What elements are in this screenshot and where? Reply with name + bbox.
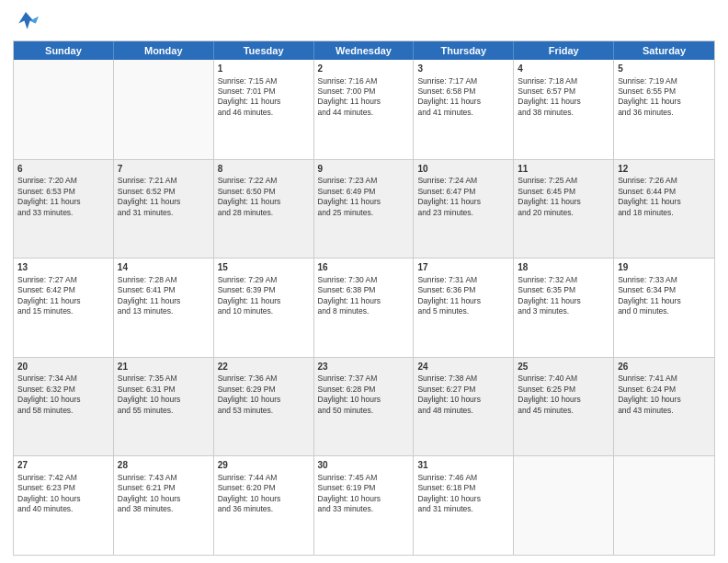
day-number: 8: [218, 163, 310, 176]
day-number: 11: [518, 163, 609, 176]
cell-info: Sunrise: 7:20 AM Sunset: 6:53 PM Dayligh…: [17, 176, 109, 218]
day-number: 4: [518, 63, 609, 75]
day-number: 18: [518, 261, 609, 274]
calendar-cell: 26Sunrise: 7:41 AM Sunset: 6:24 PM Dayli…: [614, 358, 714, 456]
day-number: 26: [618, 361, 711, 373]
calendar-cell: 20Sunrise: 7:34 AM Sunset: 6:32 PM Dayli…: [14, 358, 114, 456]
header-day-friday: Friday: [514, 41, 614, 60]
cell-info: Sunrise: 7:17 AM Sunset: 6:58 PM Dayligh…: [417, 76, 509, 119]
calendar-cell: 21Sunrise: 7:35 AM Sunset: 6:31 PM Dayli…: [114, 358, 214, 456]
header-day-thursday: Thursday: [414, 41, 514, 60]
day-number: 15: [218, 261, 310, 274]
day-number: 28: [118, 459, 210, 472]
day-number: 5: [618, 63, 711, 75]
day-number: 10: [417, 163, 509, 176]
day-number: 6: [17, 163, 109, 176]
cell-info: Sunrise: 7:38 AM Sunset: 6:27 PM Dayligh…: [417, 373, 509, 416]
cell-info: Sunrise: 7:26 AM Sunset: 6:44 PM Dayligh…: [618, 176, 711, 218]
calendar-cell: 18Sunrise: 7:32 AM Sunset: 6:35 PM Dayli…: [514, 259, 614, 357]
calendar-cell: 27Sunrise: 7:42 AM Sunset: 6:23 PM Dayli…: [14, 456, 114, 555]
cell-info: Sunrise: 7:37 AM Sunset: 6:28 PM Dayligh…: [318, 373, 410, 416]
calendar-cell: 22Sunrise: 7:36 AM Sunset: 6:29 PM Dayli…: [214, 358, 314, 456]
day-number: 31: [417, 459, 509, 472]
logo-icon: [13, 9, 39, 35]
day-number: 16: [318, 261, 410, 274]
cell-info: Sunrise: 7:44 AM Sunset: 6:20 PM Dayligh…: [218, 473, 310, 515]
calendar-cell: 11Sunrise: 7:25 AM Sunset: 6:45 PM Dayli…: [514, 160, 614, 259]
calendar-cell: 7Sunrise: 7:21 AM Sunset: 6:52 PM Daylig…: [114, 160, 214, 259]
header-day-monday: Monday: [114, 41, 214, 60]
page: SundayMondayTuesdayWednesdayThursdayFrid…: [0, 0, 728, 563]
calendar-cell: [614, 456, 714, 555]
calendar-cell: [514, 456, 614, 555]
calendar-row-3: 13Sunrise: 7:27 AM Sunset: 6:42 PM Dayli…: [14, 258, 714, 357]
day-number: 30: [318, 459, 410, 472]
calendar-cell: 4Sunrise: 7:18 AM Sunset: 6:57 PM Daylig…: [514, 60, 614, 159]
day-number: 7: [118, 163, 210, 176]
day-number: 13: [17, 261, 109, 274]
calendar-cell: 3Sunrise: 7:17 AM Sunset: 6:58 PM Daylig…: [414, 60, 514, 159]
cell-info: Sunrise: 7:34 AM Sunset: 6:32 PM Dayligh…: [17, 373, 109, 416]
header-day-tuesday: Tuesday: [214, 41, 314, 60]
cell-info: Sunrise: 7:23 AM Sunset: 6:49 PM Dayligh…: [318, 176, 410, 218]
cell-info: Sunrise: 7:22 AM Sunset: 6:50 PM Dayligh…: [218, 176, 310, 218]
calendar-cell: 13Sunrise: 7:27 AM Sunset: 6:42 PM Dayli…: [14, 259, 114, 357]
cell-info: Sunrise: 7:29 AM Sunset: 6:39 PM Dayligh…: [218, 275, 310, 317]
calendar-row-2: 6Sunrise: 7:20 AM Sunset: 6:53 PM Daylig…: [14, 159, 714, 259]
cell-info: Sunrise: 7:27 AM Sunset: 6:42 PM Dayligh…: [17, 275, 109, 317]
day-number: 14: [118, 261, 210, 274]
day-number: 19: [618, 261, 711, 274]
calendar-cell: 24Sunrise: 7:38 AM Sunset: 6:27 PM Dayli…: [414, 358, 514, 456]
cell-info: Sunrise: 7:45 AM Sunset: 6:19 PM Dayligh…: [318, 473, 410, 515]
cell-info: Sunrise: 7:32 AM Sunset: 6:35 PM Dayligh…: [518, 275, 609, 317]
calendar-cell: 29Sunrise: 7:44 AM Sunset: 6:20 PM Dayli…: [214, 456, 314, 555]
calendar-cell: 8Sunrise: 7:22 AM Sunset: 6:50 PM Daylig…: [214, 160, 314, 259]
header: [13, 9, 715, 35]
cell-info: Sunrise: 7:33 AM Sunset: 6:34 PM Dayligh…: [618, 275, 711, 317]
calendar-cell: 5Sunrise: 7:19 AM Sunset: 6:55 PM Daylig…: [614, 60, 714, 159]
header-day-saturday: Saturday: [614, 41, 714, 60]
day-number: 22: [218, 361, 310, 373]
day-number: 9: [318, 163, 410, 176]
calendar: SundayMondayTuesdayWednesdayThursdayFrid…: [13, 40, 715, 556]
calendar-body: 1Sunrise: 7:15 AM Sunset: 7:01 PM Daylig…: [14, 60, 714, 555]
day-number: 21: [118, 361, 210, 373]
cell-info: Sunrise: 7:18 AM Sunset: 6:57 PM Dayligh…: [518, 76, 609, 119]
calendar-cell: 6Sunrise: 7:20 AM Sunset: 6:53 PM Daylig…: [14, 160, 114, 259]
calendar-cell: 30Sunrise: 7:45 AM Sunset: 6:19 PM Dayli…: [314, 456, 415, 555]
header-day-wednesday: Wednesday: [314, 41, 415, 60]
cell-info: Sunrise: 7:31 AM Sunset: 6:36 PM Dayligh…: [417, 275, 509, 317]
cell-info: Sunrise: 7:40 AM Sunset: 6:25 PM Dayligh…: [518, 373, 609, 416]
calendar-cell: 9Sunrise: 7:23 AM Sunset: 6:49 PM Daylig…: [314, 160, 415, 259]
calendar-row-4: 20Sunrise: 7:34 AM Sunset: 6:32 PM Dayli…: [14, 357, 714, 456]
calendar-cell: 10Sunrise: 7:24 AM Sunset: 6:47 PM Dayli…: [414, 160, 514, 259]
calendar-cell: 1Sunrise: 7:15 AM Sunset: 7:01 PM Daylig…: [214, 60, 314, 159]
calendar-cell: 28Sunrise: 7:43 AM Sunset: 6:21 PM Dayli…: [114, 456, 214, 555]
day-number: 12: [618, 163, 711, 176]
calendar-cell: 12Sunrise: 7:26 AM Sunset: 6:44 PM Dayli…: [614, 160, 714, 259]
cell-info: Sunrise: 7:30 AM Sunset: 6:38 PM Dayligh…: [318, 275, 410, 317]
cell-info: Sunrise: 7:43 AM Sunset: 6:21 PM Dayligh…: [118, 473, 210, 515]
logo: [13, 9, 42, 35]
cell-info: Sunrise: 7:36 AM Sunset: 6:29 PM Dayligh…: [218, 373, 310, 416]
calendar-row-5: 27Sunrise: 7:42 AM Sunset: 6:23 PM Dayli…: [14, 455, 714, 555]
calendar-cell: [14, 60, 114, 159]
cell-info: Sunrise: 7:15 AM Sunset: 7:01 PM Dayligh…: [218, 76, 310, 119]
day-number: 2: [318, 63, 410, 75]
calendar-cell: [114, 60, 214, 159]
calendar-cell: 19Sunrise: 7:33 AM Sunset: 6:34 PM Dayli…: [614, 259, 714, 357]
cell-info: Sunrise: 7:46 AM Sunset: 6:18 PM Dayligh…: [417, 473, 509, 515]
cell-info: Sunrise: 7:41 AM Sunset: 6:24 PM Dayligh…: [618, 373, 711, 416]
calendar-cell: 23Sunrise: 7:37 AM Sunset: 6:28 PM Dayli…: [314, 358, 415, 456]
calendar-cell: 31Sunrise: 7:46 AM Sunset: 6:18 PM Dayli…: [414, 456, 514, 555]
day-number: 25: [518, 361, 609, 373]
calendar-row-1: 1Sunrise: 7:15 AM Sunset: 7:01 PM Daylig…: [14, 60, 714, 159]
calendar-header: SundayMondayTuesdayWednesdayThursdayFrid…: [14, 41, 714, 60]
day-number: 20: [17, 361, 109, 373]
day-number: 17: [417, 261, 509, 274]
cell-info: Sunrise: 7:24 AM Sunset: 6:47 PM Dayligh…: [417, 176, 509, 218]
calendar-cell: 17Sunrise: 7:31 AM Sunset: 6:36 PM Dayli…: [414, 259, 514, 357]
cell-info: Sunrise: 7:42 AM Sunset: 6:23 PM Dayligh…: [17, 473, 109, 515]
cell-info: Sunrise: 7:28 AM Sunset: 6:41 PM Dayligh…: [118, 275, 210, 317]
calendar-cell: 2Sunrise: 7:16 AM Sunset: 7:00 PM Daylig…: [314, 60, 415, 159]
